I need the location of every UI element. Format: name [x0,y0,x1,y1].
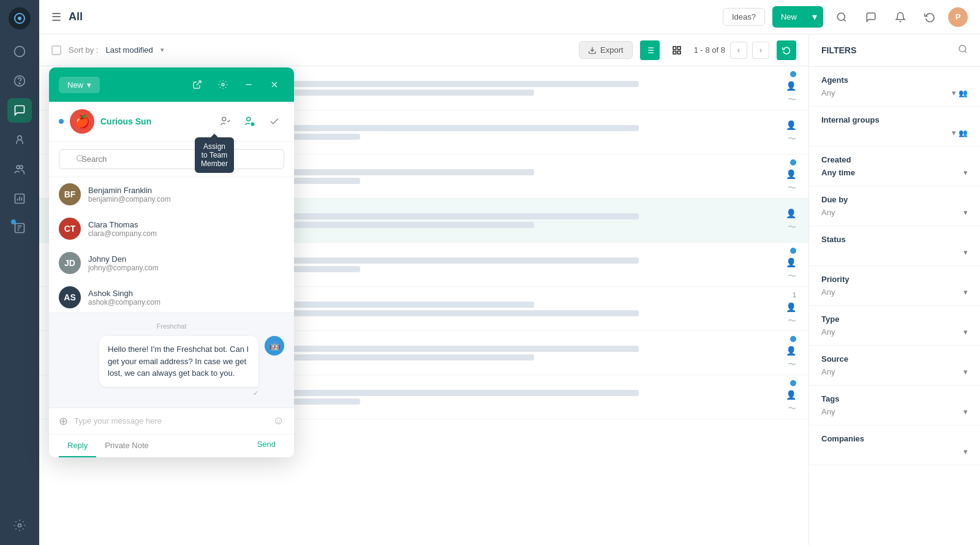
agent-search-section [49,142,294,177]
sidebar-item-dashboard[interactable] [7,39,32,64]
created-chevron-icon: ▾ [963,168,968,177]
chat-area: Freshchat Hello there! I'm the Freshchat… [49,312,294,407]
sort-label: Sort by : [69,45,98,55]
popup-minimize-button[interactable] [239,75,258,94]
popup-status-label: New [67,80,83,90]
popup-header: New ▾ [49,67,294,102]
source-value[interactable]: Any ▾ [821,367,968,376]
filter-source: Source Any ▾ [809,346,980,386]
refresh-list-button[interactable] [777,40,796,60]
topbar: ☰ All Ideas? New ▾ P [39,0,980,34]
reply-area: ⊕ ☺ Reply Private Note Send [49,407,294,457]
row-right: 👤 〜 [786,208,796,233]
assign-team-member-button[interactable]: Assignto TeamMember [240,112,260,131]
agent-item[interactable]: CT Clara Thomas clara@company.com [49,212,294,246]
sidebar-item-conversations[interactable] [7,98,32,123]
sort-value[interactable]: Last modified [105,45,153,55]
agents-chevron-icon: ▾ [952,88,956,97]
ideas-button[interactable]: Ideas? [723,8,765,26]
type-chevron-icon: ▾ [963,327,968,337]
row-person-icon: 👤 [786,257,796,267]
sidebar-item-settings[interactable] [7,513,32,538]
agents-value[interactable]: Any ▾ 👥 [821,88,968,97]
agents-label: Agents [821,75,968,85]
agent-email: benjamin@company.com [88,195,171,204]
agent-name: Johny Den [88,254,159,264]
conversation-popup-overlay: New ▾ 🍎 Curious Sun [49,67,294,457]
filter-type: Type Any ▾ [809,306,980,346]
reply-tab[interactable]: Reply [59,435,96,457]
agent-item[interactable]: BF Benjamin Franklin benjamin@company.co… [49,177,294,212]
row-right: 👤 〜 [786,159,796,194]
contact-name[interactable]: Curious Sun [100,116,151,126]
created-value[interactable]: Any time ▾ [821,168,968,177]
type-value[interactable]: Any ▾ [821,327,968,337]
filter-due-by: Due by Any ▾ [809,186,980,226]
agent-avatar: JD [59,252,81,274]
popup-external-link-button[interactable] [187,75,207,94]
popup-contact-bar: 🍎 Curious Sun Assignto TeamMember [49,102,294,142]
sidebar-item-help[interactable] [7,69,32,93]
svg-rect-19 [673,47,676,50]
svg-point-23 [959,45,966,52]
agent-search-wrapper [59,149,284,169]
select-all-checkbox[interactable] [51,45,61,55]
filter-agents: Agents Any ▾ 👥 [809,67,980,107]
internal-groups-value[interactable]: ▾ 👥 [821,128,968,137]
type-label: Type [821,314,968,324]
menu-icon[interactable]: ☰ [51,10,61,24]
message-input[interactable] [74,416,267,425]
sidebar-item-reports[interactable] [7,186,32,211]
due-by-value[interactable]: Any ▾ [821,208,968,217]
resolve-button[interactable] [265,112,284,131]
attach-icon[interactable]: ⊕ [59,414,68,428]
grid-view-button[interactable] [667,40,687,60]
filter-header: FILTERS [809,34,980,67]
send-button[interactable]: Send [249,435,284,457]
reply-bar: ⊕ ☺ [49,408,294,434]
agent-item[interactable]: JD Johny Den johny@company.com [49,246,294,280]
popup-status-button[interactable]: New ▾ [59,77,100,93]
filter-search-icon[interactable] [958,44,968,56]
prev-page-button[interactable]: ‹ [730,42,747,59]
bot-avatar: 🤖 [265,336,284,356]
svg-point-1 [18,17,21,20]
assign-agent-button[interactable] [216,112,235,131]
priority-value[interactable]: Any ▾ [821,288,968,297]
notifications-button[interactable] [889,6,911,28]
popup-settings-button[interactable] [213,75,233,94]
row-status-dot [790,380,796,386]
popup-status-chevron: ▾ [87,80,91,90]
export-button[interactable]: Export [579,41,633,59]
sort-arrow-icon[interactable]: ▾ [160,46,164,54]
user-avatar[interactable]: P [948,7,968,27]
emoji-icon[interactable]: ☺ [273,414,284,427]
next-page-button[interactable]: › [752,42,769,59]
tags-value[interactable]: Any ▾ [821,407,968,416]
sidebar-item-widget[interactable] [7,216,32,240]
agent-item[interactable]: AS Ashok Singh ashok@company.com [49,280,294,312]
new-button-main[interactable]: New [772,7,805,26]
sidebar-item-groups[interactable] [7,157,32,181]
due-by-chevron-icon: ▾ [963,208,968,217]
messages-button[interactable] [860,6,882,28]
row-activity-icon: 〜 [788,183,796,194]
row-person-icon: 👤 [786,208,796,218]
row-activity-icon: 〜 [788,222,796,233]
agent-info: Johny Den johny@company.com [88,254,159,272]
tags-label: Tags [821,394,968,403]
svg-point-29 [222,117,226,121]
new-button-dropdown[interactable]: ▾ [806,6,823,28]
list-view-button[interactable] [640,40,660,60]
agent-search-input[interactable] [59,149,284,169]
search-button[interactable] [831,6,853,28]
app-logo [9,7,31,29]
popup-close-button[interactable] [265,75,284,94]
svg-point-4 [19,83,20,84]
status-chevron-icon: ▾ [963,248,968,257]
private-note-tab[interactable]: Private Note [96,435,157,457]
companies-value[interactable]: ▾ [821,447,968,456]
status-value[interactable]: ▾ [821,248,968,257]
refresh-button[interactable] [919,6,941,28]
sidebar-item-contacts[interactable] [7,128,32,152]
